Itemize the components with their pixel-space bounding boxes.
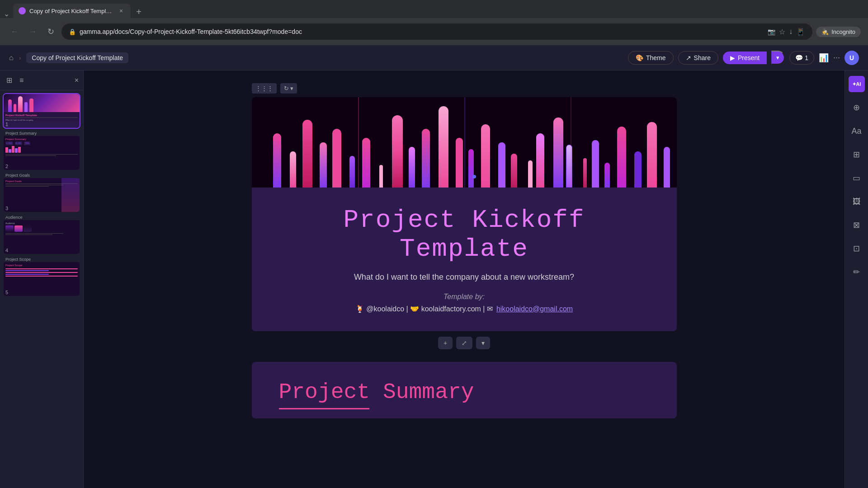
slide-options-button[interactable]: ⋮⋮⋮ [252, 83, 277, 94]
slide-1-container: Project Kickoff Template What do I want … [252, 97, 677, 331]
slide-1-title: Project Kickoff Template [279, 206, 650, 263]
share-icon: ↗ [686, 54, 691, 61]
card-icon[interactable]: ▭ [849, 170, 865, 186]
incognito-label: Incognito [831, 28, 855, 35]
grid-view-icon[interactable]: ⊞ [5, 74, 14, 86]
forward-button[interactable]: → [25, 24, 40, 39]
star-icon[interactable]: ☆ [779, 28, 785, 36]
slide-header-art [252, 97, 677, 188]
expand-button[interactable]: ⤢ [456, 337, 472, 349]
media-icon[interactable]: 🖼 [849, 193, 865, 210]
slide-thumbnail-5[interactable]: Project Scope Project Scope 5 [4, 257, 80, 296]
slide-2-underline [279, 408, 369, 409]
tab-close-icon[interactable]: × [117, 7, 125, 15]
present-button[interactable]: ▶ Present [723, 52, 767, 64]
comment-button[interactable]: 💬 1 [789, 51, 814, 65]
attribution-prefix: 🍹 @koolaidco | 🤝 koolaidfactory.com | ✉ [355, 305, 493, 313]
breadcrumb-page-title[interactable]: Copy of Project Kickoff Template [26, 52, 128, 63]
back-button[interactable]: ← [7, 24, 22, 39]
image-generate-icon[interactable]: ⊕ [849, 99, 865, 116]
ai-button[interactable]: ✦AI [849, 76, 865, 92]
home-icon[interactable]: ⌂ [9, 54, 14, 62]
address-text[interactable]: gamma.app/docs/Copy-of-Project-Kickoff-T… [80, 28, 764, 35]
slide-1-content: Project Kickoff Template What do I want … [252, 188, 677, 331]
reload-button[interactable]: ↻ [43, 24, 58, 39]
slide-thumbnail-4[interactable]: Audience Audience 4 [4, 215, 80, 254]
layout-icon[interactable]: ⊞ [849, 146, 865, 163]
slide-2-container: Project Summary [252, 362, 677, 418]
download-icon[interactable]: ↓ [789, 28, 793, 36]
slide-thumbnail-1[interactable]: Project Kickoff Template What do I want … [4, 94, 80, 128]
theme-icon: 🎨 [636, 54, 643, 61]
slide-2-title: Project Summary [279, 380, 650, 404]
new-tab-button[interactable]: + [132, 5, 145, 18]
tab-favicon [19, 7, 26, 14]
slide-number-2: 2 [5, 164, 8, 169]
text-style-icon[interactable]: Aa [849, 123, 865, 139]
slide-thumbnail-3[interactable]: Project Goals Project Goals 3 [4, 173, 80, 212]
table-icon[interactable]: ⊠ [849, 217, 865, 233]
analytics-icon[interactable]: 📊 [819, 53, 829, 63]
theme-button[interactable]: 🎨 Theme [628, 51, 674, 65]
slide-number-5: 5 [5, 290, 8, 295]
slide-number-4: 4 [5, 248, 8, 253]
tab-dropdown[interactable]: ⌄ [4, 9, 9, 18]
sidebar-close-button[interactable]: × [75, 76, 79, 84]
slide-1-subtitle: What do I want to tell the company about… [354, 272, 574, 282]
security-icon: 🔒 [69, 28, 76, 35]
slide-number-3: 3 [5, 206, 8, 211]
breadcrumb-separator: › [19, 54, 21, 61]
more-options-icon[interactable]: ··· [833, 53, 840, 62]
avatar[interactable]: U [844, 51, 859, 65]
slide-menu-button[interactable]: ▾ [476, 337, 490, 349]
play-icon: ▶ [730, 54, 735, 61]
camera-off-icon: 📷 [768, 28, 775, 35]
incognito-badge: 🕵 Incognito [816, 27, 861, 37]
attribution-link[interactable]: hikoolaidco@gmail.com [496, 305, 573, 313]
slide-thumbnail-2[interactable]: Project Summary Project Summary 2,431 9,… [4, 131, 80, 170]
tablet-icon[interactable]: 📱 [796, 28, 805, 36]
slides-sidebar: ⊞ ≡ × [0, 70, 84, 488]
slide-number-1: 1 [5, 122, 8, 127]
tab-title: Copy of Project Kickoff Templa... [29, 8, 113, 14]
active-tab[interactable]: Copy of Project Kickoff Templa... × [13, 4, 131, 18]
comment-icon: 💬 [795, 54, 803, 61]
present-dropdown-button[interactable]: ▾ [771, 51, 785, 65]
draw-icon[interactable]: ✏ [849, 264, 865, 280]
list-view-icon[interactable]: ≡ [18, 75, 25, 86]
canvas-area: ⋮⋮⋮ ↻ ▾ [84, 70, 844, 488]
slide-rotate-button[interactable]: ↻ ▾ [280, 83, 297, 94]
share-button[interactable]: ↗ Share [678, 51, 718, 65]
embed-icon[interactable]: ⊡ [849, 240, 865, 257]
add-slide-button[interactable]: + [438, 337, 453, 349]
incognito-icon: 🕵 [821, 28, 829, 35]
right-panel: ✦AI ⊕ Aa ⊞ ▭ 🖼 ⊠ ⊡ ✏ [844, 70, 868, 488]
slide-1-attribution: 🍹 @koolaidco | 🤝 koolaidfactory.com | ✉ … [355, 305, 573, 313]
slide-1-template-by: Template by: [443, 293, 485, 301]
slides-list: Project Kickoff Template What do I want … [0, 90, 83, 488]
